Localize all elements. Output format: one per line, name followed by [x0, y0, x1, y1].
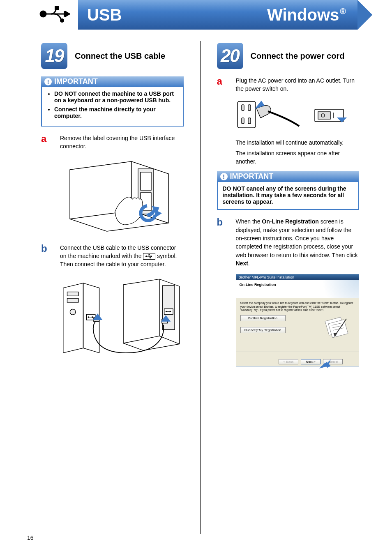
page-number: 16 [27, 534, 34, 541]
nuance-registration-button[interactable]: Nuance(TM) Registration [240, 327, 286, 333]
important-heading: ! IMPORTANT [41, 76, 184, 87]
svg-rect-47 [318, 112, 330, 119]
important-heading: ! IMPORTANT [217, 171, 360, 182]
substep-text: Remove the label covering the USB interf… [60, 134, 184, 151]
svg-rect-2 [55, 6, 59, 10]
svg-rect-15 [149, 254, 150, 255]
svg-rect-42 [248, 105, 251, 111]
figure-power-row [236, 100, 360, 133]
arrow-pointer-icon [319, 359, 331, 368]
svg-point-22 [70, 309, 76, 315]
important-item: Connect the machine directly to your com… [54, 106, 178, 119]
svg-point-3 [60, 18, 64, 23]
svg-rect-43 [242, 118, 244, 124]
step-20-heading: 20 Connect the power cord [217, 43, 360, 69]
important-box-left: ! IMPORTANT DO NOT connect the machine t… [41, 76, 184, 127]
note-text: The installation will continue automatic… [236, 138, 360, 147]
alert-icon: ! [44, 78, 52, 85]
step-19-heading: 19 Connect the USB cable [41, 43, 184, 69]
brother-registration-button[interactable]: Brother Registration [240, 315, 286, 321]
dialog-footer: < Back Next > Cancel [236, 352, 359, 366]
svg-rect-44 [248, 118, 251, 124]
figure-ac-outlet [236, 100, 302, 133]
svg-rect-9 [141, 172, 151, 190]
substep-a: a Remove the label covering the USB inte… [41, 134, 184, 151]
alert-icon: ! [220, 173, 228, 180]
dialog-body-text: Select the company you would like to reg… [240, 302, 355, 312]
important-item: DO NOT connect the machine to a USB port… [54, 90, 178, 104]
page-header: USB Windows® [0, 0, 392, 30]
note-text: The installation screens appear one afte… [236, 149, 360, 166]
step-number-badge: 20 [217, 43, 243, 69]
pen-paper-icon [323, 315, 351, 339]
svg-marker-14 [151, 256, 152, 257]
usb-trident-icon [39, 4, 74, 24]
substep-b: b When the On-Line Registration screen i… [217, 217, 360, 267]
figure-power-switch [314, 106, 347, 127]
substep-b: b Connect the USB cable to the USB conne… [41, 244, 184, 269]
step-number-badge: 19 [41, 43, 67, 69]
substep-a: a Plug the AC power cord into an AC outl… [217, 76, 360, 93]
dialog-title: Brother MFL-Pro Suite Installation [236, 274, 359, 280]
svg-point-33 [166, 311, 167, 313]
step-title: Connect the power cord [251, 51, 345, 61]
next-button[interactable]: Next > [301, 359, 321, 364]
important-body: DO NOT cancel any of the screens during … [217, 182, 360, 210]
figure-connect-usb [59, 275, 184, 361]
substep-text: When the On-Line Registration screen is … [236, 217, 360, 267]
header-right-label: Windows® [267, 6, 346, 24]
substep-letter: a [41, 134, 52, 144]
important-box-right: ! IMPORTANT DO NOT cancel any of the scr… [217, 171, 360, 210]
svg-rect-40 [238, 101, 256, 128]
substep-text: Connect the USB cable to the USB connect… [60, 244, 184, 269]
dialog-subtitle-bar: On-Line Registration [236, 280, 359, 298]
header-left-label: USB [87, 6, 122, 24]
usb-symbol-icon [143, 253, 155, 260]
svg-rect-41 [242, 105, 244, 111]
substep-text: Plug the AC power cord into an AC outlet… [236, 76, 360, 93]
right-column: 20 Connect the power cord a Plug the AC … [217, 41, 360, 534]
column-divider [200, 41, 201, 534]
figure-remove-label [59, 157, 184, 235]
svg-rect-20 [67, 292, 78, 296]
left-column: 19 Connect the USB cable ! IMPORTANT DO … [41, 41, 184, 534]
svg-point-0 [40, 11, 46, 17]
back-button[interactable]: < Back [279, 359, 298, 364]
header-banner: USB Windows® [78, 0, 357, 30]
substep-letter: b [217, 217, 228, 227]
svg-point-16 [150, 257, 151, 258]
svg-point-24 [88, 317, 89, 318]
svg-rect-21 [67, 299, 78, 303]
step-title: Connect the USB cable [75, 51, 165, 61]
substep-letter: a [217, 76, 228, 86]
registration-dialog: Brother MFL-Pro Suite Installation On-Li… [236, 274, 359, 366]
substep-letter: b [41, 244, 52, 253]
